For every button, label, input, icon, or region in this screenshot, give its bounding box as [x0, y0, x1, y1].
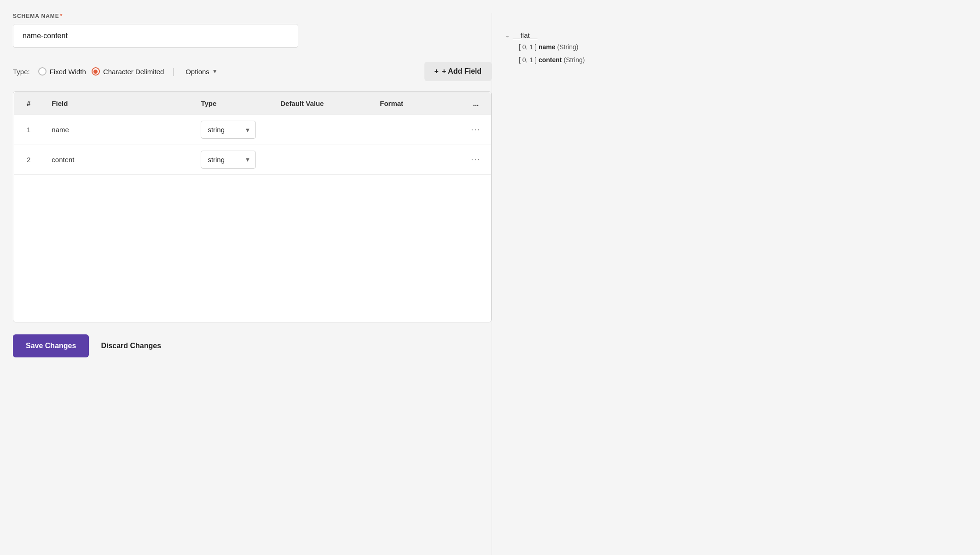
- tree-item-1-field-name: name: [539, 42, 556, 53]
- col-header-type: Type: [192, 92, 272, 115]
- row-1-type-wrapper: string integer boolean float date ▼: [201, 121, 256, 139]
- col-header-field: Field: [43, 92, 192, 115]
- tree-item-1-range: [ 0, 1 ]: [519, 42, 537, 53]
- row-2-default: [272, 145, 371, 175]
- table-header-row: # Field Type Default Value Format ...: [14, 92, 491, 115]
- col-header-num: #: [14, 92, 44, 115]
- col-header-default: Default Value: [272, 92, 371, 115]
- row-2-type-cell: string integer boolean float date ▼: [192, 145, 272, 175]
- more-icon[interactable]: ···: [470, 155, 482, 164]
- save-button[interactable]: Save Changes: [13, 334, 89, 357]
- row-1-more[interactable]: ···: [461, 115, 491, 145]
- more-icon[interactable]: ···: [470, 125, 482, 134]
- tree-root: ⌄ __flat__: [505, 31, 635, 39]
- empty-area: [14, 175, 491, 322]
- row-1-type-select[interactable]: string integer boolean float date: [201, 121, 256, 139]
- add-field-button[interactable]: + + Add Field: [424, 62, 492, 81]
- tree-item-2-field-name: content: [539, 55, 562, 66]
- char-delimited-option[interactable]: Character Delimited: [92, 67, 164, 76]
- tree-item: [ 0, 1 ] name (String): [519, 42, 635, 53]
- fields-table: # Field Type Default Value Format ... 1 …: [13, 92, 491, 322]
- row-2-format: [371, 145, 461, 175]
- table-row: 1 name string integer boolean float date: [14, 115, 491, 145]
- fixed-width-radio[interactable]: [38, 67, 46, 76]
- row-1-type-cell: string integer boolean float date ▼: [192, 115, 272, 145]
- col-header-format: Format: [371, 92, 461, 115]
- chevron-down-icon: ▼: [212, 68, 218, 75]
- schema-name-label: SCHEMA NAME*: [13, 13, 492, 19]
- required-indicator: *: [60, 13, 63, 19]
- tree-item-2-range: [ 0, 1 ]: [519, 55, 537, 66]
- discard-button[interactable]: Discard Changes: [101, 342, 161, 350]
- fields-table-container: # Field Type Default Value Format ... 1 …: [13, 91, 492, 322]
- char-delimited-radio[interactable]: [92, 67, 100, 76]
- table-body: 1 name string integer boolean float date: [14, 115, 491, 322]
- options-button[interactable]: Options ▼: [183, 66, 220, 77]
- type-row: Type: Fixed Width Character Delimited | …: [13, 62, 492, 81]
- tree-item-1-field-type: (String): [557, 42, 579, 53]
- tree-section: ⌄ __flat__ [ 0, 1 ] name (String) [ 0, 1…: [505, 31, 635, 66]
- row-2-field: content: [43, 145, 192, 175]
- fixed-width-option[interactable]: Fixed Width: [38, 67, 86, 76]
- tree-chevron-icon[interactable]: ⌄: [505, 32, 510, 39]
- tree-item-2-field-type: (String): [563, 55, 585, 66]
- tree-root-label: __flat__: [513, 31, 537, 39]
- row-1-num: 1: [14, 115, 44, 145]
- schema-name-input[interactable]: [13, 24, 298, 48]
- empty-row: [14, 175, 491, 322]
- add-field-label: + Add Field: [442, 67, 481, 76]
- pipe-divider: |: [172, 67, 174, 76]
- type-label: Type:: [13, 68, 30, 76]
- col-header-more: ...: [461, 92, 491, 115]
- row-1-field: name: [43, 115, 192, 145]
- tree-item: [ 0, 1 ] content (String): [519, 55, 635, 66]
- plus-icon: +: [435, 67, 439, 76]
- fixed-width-label: Fixed Width: [50, 68, 86, 76]
- row-1-format: [371, 115, 461, 145]
- char-delimited-label: Character Delimited: [103, 68, 164, 76]
- row-1-default: [272, 115, 371, 145]
- row-2-type-select[interactable]: string integer boolean float date: [201, 151, 256, 169]
- row-2-more[interactable]: ···: [461, 145, 491, 175]
- row-2-num: 2: [14, 145, 44, 175]
- bottom-actions: Save Changes Discard Changes: [13, 334, 492, 357]
- table-row: 2 content string integer boolean float d…: [14, 145, 491, 175]
- right-panel: ⌄ __flat__ [ 0, 1 ] name (String) [ 0, 1…: [492, 13, 648, 555]
- row-2-type-wrapper: string integer boolean float date ▼: [201, 151, 256, 169]
